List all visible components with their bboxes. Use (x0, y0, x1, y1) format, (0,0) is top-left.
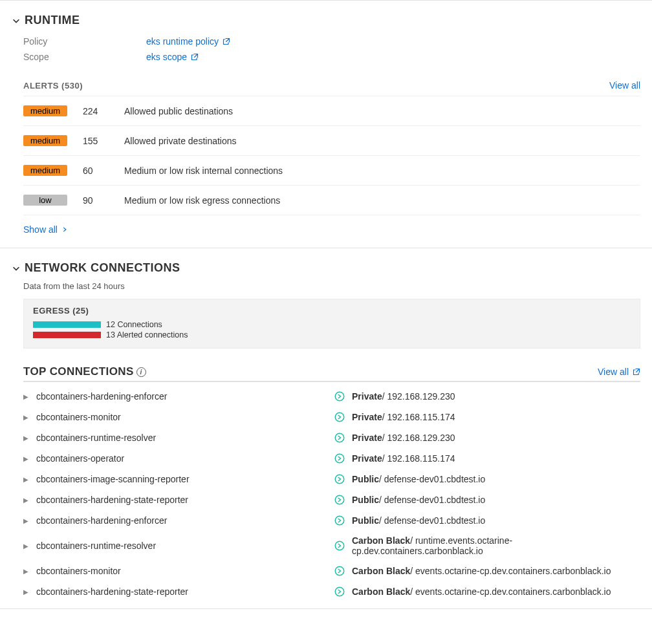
arrow-right-circle-icon (334, 565, 345, 577)
connection-destination: Carbon Black/ events.octarine-cp.dev.con… (352, 566, 611, 576)
connection-source: cbcontainers-hardening-state-reporter (36, 495, 327, 505)
connection-destination: Private/ 192.168.115.174 (352, 412, 455, 422)
scope-link[interactable]: eks scope (146, 52, 199, 62)
connections-bar-row: 12 Connections (33, 319, 631, 330)
arrow-right-circle-icon (334, 453, 345, 464)
alert-description: Allowed private destinations (124, 136, 237, 146)
alert-count: 155 (83, 136, 109, 146)
arrow-right-circle-icon (334, 515, 345, 526)
connection-destination: Public/ defense-dev01.cbdtest.io (352, 515, 485, 526)
destination-host: 192.168.129.230 (387, 433, 455, 443)
runtime-title: RUNTIME (25, 14, 80, 27)
connection-destination: Carbon Black/ events.octarine-cp.dev.con… (352, 586, 611, 597)
connection-destination: Private/ 192.168.129.230 (352, 433, 455, 443)
connection-row[interactable]: ▶cbcontainers-hardening-enforcerPublic/ … (23, 510, 640, 531)
network-subtitle: Data from the last 24 hours (23, 281, 640, 291)
connection-row[interactable]: ▶cbcontainers-operatorPrivate/ 192.168.1… (23, 448, 640, 469)
alert-description: Medium or low risk internal connections (124, 166, 283, 176)
connection-row[interactable]: ▶cbcontainers-runtime-resolverPrivate/ 1… (23, 427, 640, 448)
connection-row[interactable]: ▶cbcontainers-hardening-state-reporterCa… (23, 581, 640, 602)
alerts-list: medium224Allowed public destinationsmedi… (23, 96, 640, 215)
runtime-header[interactable]: RUNTIME (12, 14, 640, 27)
connection-row[interactable]: ▶cbcontainers-hardening-enforcerPrivate/… (23, 386, 640, 407)
network-title: NETWORK CONNECTIONS (25, 261, 180, 275)
scope-row: Scope eks scope (23, 49, 640, 65)
connection-row[interactable]: ▶cbcontainers-monitorPrivate/ 192.168.11… (23, 407, 640, 427)
destination-host: 192.168.115.174 (387, 412, 455, 422)
connection-destination: Private/ 192.168.129.230 (352, 391, 455, 402)
svg-point-0 (335, 392, 344, 401)
show-all-link[interactable]: Show all (23, 224, 68, 235)
destination-scope: Public (352, 474, 379, 484)
policy-link[interactable]: eks runtime policy (146, 36, 230, 47)
alert-row[interactable]: medium155Allowed private destinations (23, 126, 640, 156)
arrow-right-circle-icon (334, 540, 345, 552)
external-link-icon (633, 368, 640, 376)
connection-source: cbcontainers-image-scanning-reporter (36, 474, 327, 484)
svg-point-4 (335, 475, 344, 484)
connection-source: cbcontainers-runtime-resolver (36, 433, 327, 443)
arrow-right-circle-icon (334, 494, 345, 506)
destination-scope: Private (352, 391, 382, 402)
destination-host: events.octarine-cp.dev.containers.carbon… (415, 586, 611, 597)
connection-row[interactable]: ▶cbcontainers-image-scanning-reporterPub… (23, 469, 640, 489)
alert-row[interactable]: medium60Medium or low risk internal conn… (23, 156, 640, 186)
network-header[interactable]: NETWORK CONNECTIONS (12, 261, 640, 275)
alerted-bar-label: 13 Alerted connections (106, 330, 188, 340)
alert-row[interactable]: medium224Allowed public destinations (23, 96, 640, 126)
policy-label: Policy (23, 36, 146, 47)
network-section: NETWORK CONNECTIONS Data from the last 2… (0, 248, 652, 608)
destination-scope: Carbon Black (352, 586, 410, 597)
alert-row[interactable]: low90Medium or low risk egress connectio… (23, 186, 640, 215)
caret-right-icon: ▶ (23, 455, 30, 462)
connection-row[interactable]: ▶cbcontainers-hardening-state-reporterPu… (23, 489, 640, 510)
connection-destination: Public/ defense-dev01.cbdtest.io (352, 495, 485, 505)
destination-scope: Carbon Black (352, 566, 410, 576)
connection-source: cbcontainers-monitor (36, 566, 327, 576)
external-link-icon (223, 38, 230, 45)
connection-source: cbcontainers-monitor (36, 412, 327, 422)
arrow-right-circle-icon (334, 432, 345, 444)
connection-row[interactable]: ▶cbcontainers-runtime-resolverCarbon Bla… (23, 531, 640, 561)
chevron-down-icon (12, 264, 21, 273)
destination-host: events.octarine-cp.dev.containers.carbon… (415, 566, 611, 576)
caret-right-icon: ▶ (23, 568, 30, 575)
svg-point-9 (335, 587, 344, 596)
caret-right-icon: ▶ (23, 435, 30, 442)
severity-badge: low (23, 195, 67, 206)
arrow-right-circle-icon (334, 411, 345, 423)
top-connections-view-all[interactable]: View all (598, 367, 640, 377)
destination-scope: Private (352, 453, 382, 464)
caret-right-icon: ▶ (23, 517, 30, 524)
alert-count: 90 (83, 195, 109, 206)
chevron-right-icon (61, 226, 68, 233)
alerts-view-all[interactable]: View all (609, 80, 640, 91)
scope-label: Scope (23, 52, 146, 62)
caret-right-icon: ▶ (23, 414, 30, 421)
policy-row: Policy eks runtime policy (23, 34, 640, 49)
alert-description: Medium or low risk egress connections (124, 195, 280, 206)
destination-scope: Public (352, 495, 379, 505)
svg-point-2 (335, 433, 344, 442)
connection-destination: Public/ defense-dev01.cbdtest.io (352, 474, 485, 484)
arrow-right-circle-icon (334, 473, 345, 485)
caret-right-icon: ▶ (23, 476, 30, 483)
connections-bar (33, 321, 101, 328)
alerts-heading: ALERTS (530) (23, 81, 83, 91)
alerted-bar (33, 332, 101, 338)
svg-point-6 (335, 516, 344, 525)
destination-scope: Private (352, 433, 382, 443)
severity-badge: medium (23, 105, 67, 116)
connection-source: cbcontainers-hardening-enforcer (36, 391, 327, 402)
svg-point-3 (335, 454, 344, 463)
caret-right-icon: ▶ (23, 588, 30, 596)
alerted-bar-row: 13 Alerted connections (33, 330, 631, 340)
connection-row[interactable]: ▶cbcontainers-monitorCarbon Black/ event… (23, 561, 640, 581)
arrow-right-circle-icon (334, 586, 345, 597)
arrow-right-circle-icon (334, 391, 345, 402)
svg-point-7 (335, 541, 344, 550)
destination-scope: Carbon Black (352, 535, 410, 546)
info-icon[interactable]: i (136, 367, 146, 377)
external-link-icon (191, 53, 199, 61)
svg-point-1 (335, 413, 344, 422)
